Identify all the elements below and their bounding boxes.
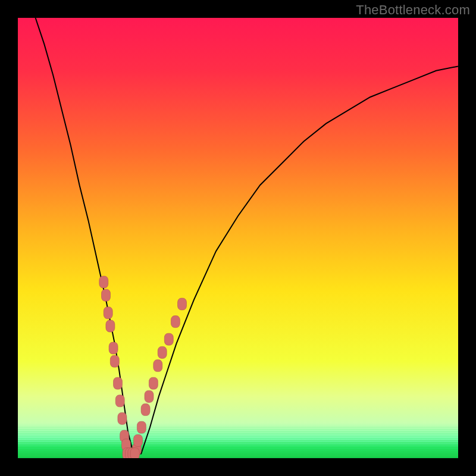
- curve-marker-right: [137, 421, 146, 433]
- curve-marker-left: [110, 355, 119, 367]
- plot-area: [18, 18, 458, 458]
- curve-marker-right: [141, 404, 150, 416]
- curve-marker-right: [164, 333, 173, 345]
- curve-marker-left: [114, 377, 123, 389]
- curve-marker-floor: [130, 448, 139, 458]
- curve-marker-right: [154, 360, 162, 372]
- chart-stage: TheBottleneck.com: [0, 0, 476, 476]
- curve-marker-right: [158, 346, 167, 358]
- attribution-text: TheBottleneck.com: [356, 2, 470, 18]
- curve-marker-right: [149, 377, 158, 389]
- curve-marker-left: [106, 320, 115, 332]
- curve-marker-left: [102, 289, 111, 301]
- curve-marker-left: [118, 412, 127, 424]
- gradient-background: [18, 18, 458, 458]
- curve-marker-left: [104, 307, 112, 319]
- curve-marker-right: [178, 298, 187, 310]
- curve-marker-left: [115, 395, 124, 407]
- curve-marker-right: [134, 434, 143, 446]
- curve-marker-left: [109, 342, 118, 354]
- bottleneck-chart: [18, 18, 458, 458]
- curve-marker-left: [99, 276, 108, 288]
- curve-marker-right: [171, 316, 180, 328]
- curve-marker-right: [145, 390, 154, 402]
